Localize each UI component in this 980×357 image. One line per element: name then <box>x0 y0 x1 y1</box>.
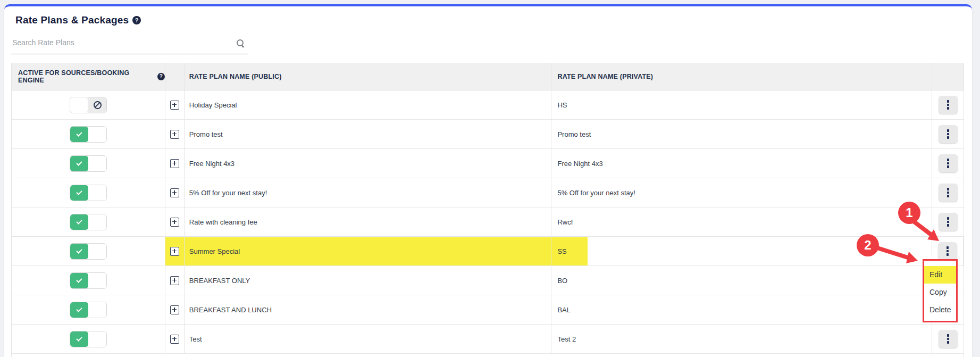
check-icon <box>76 160 82 165</box>
private-name-text: Free Night 4x3 <box>557 160 602 168</box>
actions-cell <box>932 120 964 148</box>
row-menu-kebab-icon[interactable] <box>939 213 958 231</box>
active-toggle-on[interactable] <box>70 302 107 318</box>
table-row: Free Night 4x3Free Night 4x3 <box>12 149 964 178</box>
public-name-cell: Test <box>185 325 552 353</box>
active-toggle-on[interactable] <box>70 243 107 260</box>
menu-item-delete[interactable]: Delete <box>924 301 956 319</box>
active-toggle-on[interactable] <box>70 155 107 172</box>
check-icon <box>76 335 82 341</box>
active-toggle-on[interactable] <box>70 126 107 143</box>
private-name-text: SS <box>557 247 566 255</box>
active-toggle-on[interactable] <box>70 272 107 289</box>
row-menu-kebab-icon[interactable] <box>939 125 958 143</box>
public-name-text: 5% Off for your next stay! <box>189 189 267 197</box>
row-menu-kebab-icon[interactable] <box>939 96 958 114</box>
expand-plus-icon[interactable] <box>170 218 179 227</box>
expand-plus-icon[interactable] <box>170 247 179 256</box>
row-menu-kebab-icon[interactable] <box>939 330 958 348</box>
table-row: Rate with cleaning feeRwcf <box>12 207 964 237</box>
expand-plus-icon[interactable] <box>170 335 179 344</box>
private-name-cell: Rwcf <box>551 207 932 236</box>
private-name-cell: BAL <box>551 295 932 324</box>
toggle-knob <box>88 273 106 288</box>
search-input[interactable] <box>11 34 248 54</box>
row-menu-kebab-icon[interactable] <box>939 154 958 172</box>
table-row: BREAKFAST ONLYBO <box>12 266 964 295</box>
check-icon <box>76 306 82 312</box>
public-name-text: Test <box>189 335 202 343</box>
private-name-text: Promo test <box>557 130 591 138</box>
public-name-text: BREAKFAST ONLY <box>189 277 250 285</box>
check-icon <box>76 218 82 224</box>
private-name-text: BAL <box>557 306 571 314</box>
actions-cell <box>932 325 964 353</box>
page-title: Rate Plans & Packages ? <box>15 14 141 26</box>
expand-plus-icon[interactable] <box>170 188 179 197</box>
page-title-text: Rate Plans & Packages <box>15 14 129 26</box>
expand-cell <box>165 149 185 178</box>
private-name-text: Rwcf <box>557 218 573 226</box>
active-toggle-cell <box>12 266 165 295</box>
expand-cell <box>165 178 185 207</box>
active-toggle-cell <box>12 237 165 265</box>
expand-cell <box>165 237 185 265</box>
toggle-knob <box>88 331 106 347</box>
active-toggle-on[interactable] <box>70 185 107 201</box>
expand-plus-icon[interactable] <box>170 130 179 139</box>
active-toggle-cell <box>12 120 165 148</box>
expand-cell <box>165 295 185 324</box>
header-expand-column <box>165 63 185 90</box>
private-name-text: 5% Off for your next stay! <box>557 189 635 197</box>
expand-plus-icon[interactable] <box>170 305 179 314</box>
public-name-text: Summer Special <box>189 247 240 255</box>
public-name-text: Rate with cleaning fee <box>189 218 257 226</box>
table-body: Holiday SpecialHSPromo testPromo testFre… <box>12 90 964 357</box>
menu-item-copy[interactable]: Copy <box>924 284 956 301</box>
toggle-ban-segment <box>88 97 106 113</box>
title-help-icon[interactable]: ? <box>132 16 141 24</box>
row-menu-kebab-icon[interactable] <box>939 184 958 202</box>
private-name-cell: SS <box>551 237 932 265</box>
expand-plus-icon[interactable] <box>170 276 179 285</box>
check-icon <box>76 189 82 195</box>
table-row <box>12 354 964 357</box>
table-row: Summer SpecialSS <box>12 237 964 266</box>
header-public-name-column: RATE PLAN NAME (PUBLIC) <box>185 63 552 90</box>
active-toggle-cell <box>12 325 165 353</box>
actions-cell <box>932 90 964 119</box>
active-toggle-on[interactable] <box>70 214 107 230</box>
expand-plus-icon[interactable] <box>170 159 179 168</box>
check-icon <box>76 247 82 253</box>
private-name-cell: Promo test <box>551 120 932 148</box>
public-name-text: Holiday Special <box>189 101 237 109</box>
toggle-check-segment <box>70 331 88 347</box>
active-toggle-cell <box>12 207 165 236</box>
menu-item-edit[interactable]: Edit <box>924 266 956 284</box>
public-name-cell: Holiday Special <box>185 90 552 119</box>
toggle-check-segment <box>70 185 88 201</box>
active-column-help-icon[interactable]: ? <box>157 73 165 80</box>
expand-cell <box>165 120 185 148</box>
public-name-cell: BREAKFAST ONLY <box>185 266 552 295</box>
public-name-cell: 5% Off for your next stay! <box>185 178 552 207</box>
active-toggle-cell <box>12 178 165 207</box>
row-context-menu: Edit Copy Delete <box>923 259 958 322</box>
toggle-knob <box>70 97 89 113</box>
private-name-cell: HS <box>551 90 932 119</box>
public-name-cell: BREAKFAST AND LUNCH <box>185 295 552 324</box>
toggle-knob <box>88 214 106 230</box>
toggle-knob <box>88 185 106 201</box>
actions-cell <box>932 149 964 178</box>
active-toggle-off[interactable] <box>70 97 107 113</box>
toggle-knob <box>88 127 106 142</box>
toggle-check-segment <box>70 127 88 142</box>
expand-cell <box>165 266 185 295</box>
toggle-knob <box>88 302 106 318</box>
row-menu-kebab-icon[interactable] <box>938 242 957 260</box>
expand-plus-icon[interactable] <box>170 101 179 110</box>
public-name-cell: Rate with cleaning fee <box>185 207 552 236</box>
toggle-check-segment <box>70 273 88 288</box>
search-icon <box>236 39 245 47</box>
active-toggle-on[interactable] <box>70 331 107 347</box>
